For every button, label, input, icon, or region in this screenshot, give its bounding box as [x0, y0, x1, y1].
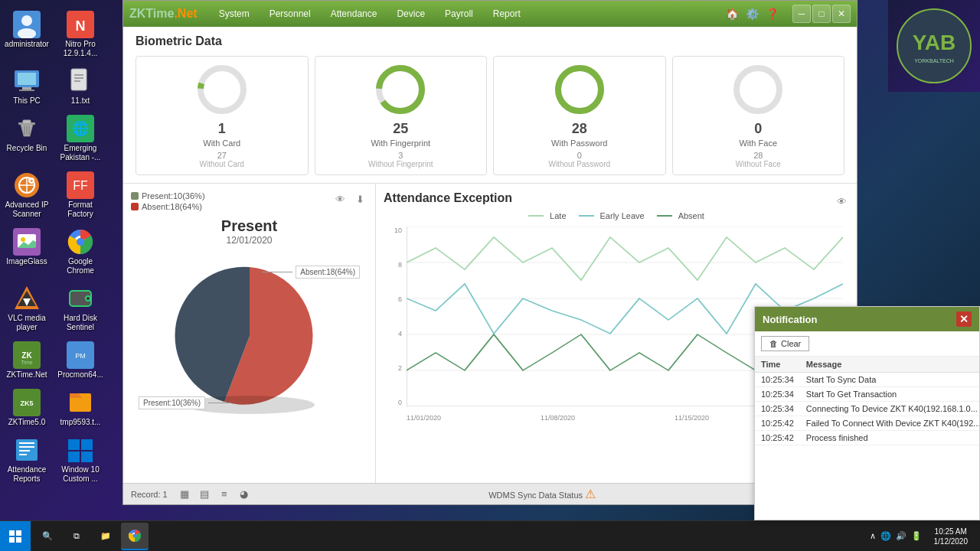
status-icon-list[interactable]: ≡	[217, 487, 232, 502]
imageglass-label: ImageGlass	[6, 257, 47, 266]
notification-row: 10:25:34Start To Sync Data	[755, 373, 979, 387]
absent-line-icon	[657, 215, 672, 217]
bio-number-face: 0	[682, 121, 835, 137]
format-factory-icon: FF	[67, 171, 94, 199]
task-view-icon: ⧉	[69, 529, 84, 544]
start-button[interactable]	[0, 521, 31, 552]
taskbar-items: 🔍 ⧉ 📁	[31, 523, 864, 550]
status-icon-grid[interactable]: ▦	[177, 487, 192, 502]
desktop-icon-zktime[interactable]: ZKTime ZKTime.Net	[0, 337, 54, 384]
maximize-button[interactable]: □	[812, 5, 831, 23]
nav-system[interactable]: System	[210, 5, 259, 22]
svg-rect-6	[18, 73, 36, 85]
present-tooltip-line	[208, 403, 231, 403]
desktop-icon-recycle[interactable]: Recycle Bin	[0, 110, 54, 158]
desktop-icon-administrator[interactable]: administrator	[0, 6, 54, 54]
x-label-1101: 11/01/2020	[407, 414, 441, 422]
help-icon[interactable]: ❓	[763, 5, 780, 22]
svg-rect-9	[71, 69, 87, 90]
desktop-icon-procmon[interactable]: PM Procmon64...	[54, 337, 107, 384]
network-icon[interactable]: 🌐	[880, 531, 891, 541]
svg-rect-55	[68, 439, 80, 450]
nav-report[interactable]: Report	[484, 5, 530, 22]
taskbar-search[interactable]: 🔍	[34, 523, 61, 550]
sync-text: WDMS Sync Data Status	[488, 491, 583, 500]
svg-text:PM: PM	[75, 352, 86, 360]
desktop-icon-11txt[interactable]: 11.txt	[54, 63, 107, 110]
taskbar-chrome[interactable]	[121, 523, 149, 550]
download-icon[interactable]: ⬇	[352, 191, 368, 207]
notif-message: Connecting To Device ZKT K40(192.168.1.0…	[800, 402, 979, 416]
svg-text:ZK: ZK	[21, 351, 32, 360]
clear-button[interactable]: 🗑 Clear	[761, 336, 809, 351]
tmp-icon	[67, 389, 94, 416]
donut-password	[553, 63, 606, 116]
exception-header: Attendance Exception 👁	[384, 191, 849, 211]
svg-point-65	[379, 68, 422, 111]
taskbar: 🔍 ⧉ 📁 ∧ 🌐 🔊 🔋 10:25 AM	[0, 520, 980, 551]
logo-dotnet: .Net	[174, 7, 197, 20]
minimize-button[interactable]: ─	[792, 5, 811, 23]
present-panel: Present:10(36%) Absent:18(64%) 👁 ⬇	[123, 184, 376, 483]
procmon-label: Procmon64...	[57, 370, 103, 380]
user-avatar-area: YAB YORKBALTECH	[888, 0, 980, 92]
y-label-8: 8	[398, 261, 402, 269]
bio-number-card: 1	[145, 121, 299, 137]
home-icon[interactable]: 🏠	[724, 5, 740, 22]
bio-secondary-card: 27	[145, 151, 299, 160]
eye-icon[interactable]: 👁	[332, 191, 348, 207]
nav-personnel[interactable]: Personnel	[260, 5, 320, 22]
desktop-icon-nitro[interactable]: N Nitro Pro 12.9.1.4...	[54, 6, 107, 63]
desktop-icon-win10[interactable]: Window 10 Custom ...	[54, 432, 107, 488]
svg-text:ZK5: ZK5	[20, 399, 33, 407]
notification-close-button[interactable]: ✕	[956, 311, 972, 327]
desktop-icon-advanced-ip[interactable]: + Advanced IP Scanner	[0, 167, 54, 223]
desktop-icon-tmp[interactable]: tmp9593.t...	[54, 384, 107, 432]
taskbar-task-view[interactable]: ⧉	[63, 523, 90, 550]
window-controls: ─ □ ✕	[792, 5, 851, 23]
desktop-icon-chrome[interactable]: Google Chrome	[54, 223, 107, 280]
desktop-icon-emerging[interactable]: 🌐 Emerging Pakistan -...	[54, 110, 107, 167]
biometric-cards: 1 With Card 27 Without Card	[136, 56, 844, 175]
settings-icon[interactable]: ⚙️	[743, 5, 760, 22]
notification-row: 10:25:42Process finished	[755, 431, 979, 445]
svg-point-68	[737, 68, 779, 111]
desktop-icon-vlc[interactable]: VLC media player	[0, 280, 54, 337]
svg-point-40	[87, 297, 90, 300]
zktime5-icon: ZK5	[13, 389, 41, 416]
nav-device[interactable]: Device	[387, 5, 434, 22]
vlc-icon	[13, 285, 41, 312]
notification-header: Notification ✕	[755, 307, 979, 331]
nav-attendance[interactable]: Attendance	[322, 5, 387, 22]
notification-row: 10:25:42Failed To Connect With Device ZK…	[755, 416, 979, 431]
late-line-icon	[528, 215, 544, 217]
close-button[interactable]: ✕	[832, 5, 851, 23]
desktop-icon-zktime5[interactable]: ZK5 ZKTime5.0	[0, 384, 54, 432]
search-taskbar-icon: 🔍	[40, 529, 55, 544]
desktop-icon-thispc[interactable]: This PC	[0, 63, 54, 110]
desktop-icon-format-factory[interactable]: FF Format Factory	[54, 167, 107, 223]
system-clock[interactable]: 10:25 AM 1/12/2020	[928, 527, 975, 546]
clock-date: 1/12/2020	[934, 536, 969, 546]
exception-legend: Late Early Leave Absent	[384, 211, 849, 220]
status-icon-table[interactable]: ▤	[197, 487, 212, 502]
x-label-1115: 11/15/2020	[675, 414, 709, 422]
notif-time: 10:25:34	[755, 373, 800, 387]
desktop-icon-hds[interactable]: Hard Disk Sentinel	[54, 280, 107, 337]
taskbar-file-explorer[interactable]: 📁	[92, 523, 119, 550]
legend-late: Late	[528, 211, 566, 220]
legend-absent-text: Absent:18(64%)	[142, 202, 202, 211]
desktop-icon-imageglass[interactable]: ImageGlass	[0, 223, 54, 271]
status-icon-chart[interactable]: ◕	[237, 487, 252, 502]
legend-present-text: Present:10(36%)	[142, 191, 205, 201]
desktop-icon-attendance-reports[interactable]: Attendance Reports	[0, 432, 54, 488]
battery-icon[interactable]: 🔋	[911, 531, 922, 541]
volume-icon[interactable]: 🔊	[896, 531, 906, 541]
svg-point-33	[77, 238, 84, 246]
exception-title: Attendance Exception	[384, 191, 512, 205]
svg-text:YORKBALTECH: YORKBALTECH	[914, 58, 954, 64]
notification-row: 10:25:34Start To Get Transaction	[755, 387, 979, 402]
tray-up-icon[interactable]: ∧	[870, 531, 876, 541]
exception-eye-icon[interactable]: 👁	[834, 194, 849, 209]
nav-payroll[interactable]: Payroll	[436, 5, 482, 22]
